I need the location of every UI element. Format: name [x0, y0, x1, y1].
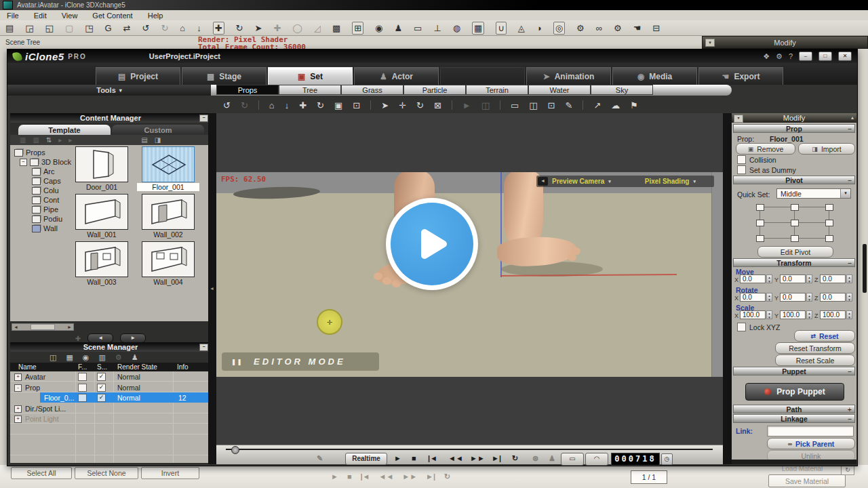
menu-help[interactable]: Help: [148, 12, 163, 20]
play-icon[interactable]: ►: [331, 472, 338, 481]
wrench-icon[interactable]: ⚙: [576, 22, 585, 34]
filter-checkbox[interactable]: [78, 384, 87, 392]
pivot-point[interactable]: [791, 235, 799, 242]
grid-toggle-icon[interactable]: ⊞: [352, 22, 363, 35]
go-to-end-icon[interactable]: ►|: [492, 454, 501, 462]
panel-splitter-right[interactable]: [723, 113, 732, 464]
group-icon[interactable]: ▦: [66, 353, 73, 362]
scroll-left-icon[interactable]: ◄: [14, 325, 18, 329]
tools-dropdown[interactable]: Tools ▾: [7, 85, 211, 96]
pivot-icon[interactable]: ⊥: [433, 22, 441, 34]
collision-checkbox[interactable]: [737, 155, 746, 164]
select-none-button[interactable]: Select None: [75, 467, 138, 479]
fast-forward-icon[interactable]: ►►: [402, 472, 417, 481]
wireframe-globe-icon[interactable]: ◍: [453, 22, 460, 34]
pick-tool-icon[interactable]: ➤: [255, 22, 262, 34]
shading-selector[interactable]: Pixel Shading: [645, 178, 690, 185]
export-file-icon[interactable]: ◱: [45, 22, 54, 34]
video-play-button[interactable]: [386, 198, 478, 290]
save-material-button[interactable]: Save Material: [768, 474, 846, 487]
section-linkage[interactable]: Linkage−: [733, 414, 855, 423]
scene-row-avatar[interactable]: + Avatar ✓ Normal: [10, 371, 211, 382]
binoculars-icon[interactable]: ∞: [596, 22, 602, 34]
undo-icon[interactable]: ↺: [142, 22, 150, 34]
orbit-camera-icon[interactable]: ↻: [416, 100, 424, 110]
minimize-button[interactable]: –: [799, 52, 812, 61]
rotate-y-field[interactable]: 0.0: [780, 293, 806, 302]
move-z-spinner[interactable]: ▴▾: [846, 274, 852, 283]
settings-gears-icon[interactable]: ⚙: [614, 22, 622, 34]
remove-button[interactable]: ▣ Remove: [736, 143, 795, 155]
play-icon[interactable]: ►: [394, 454, 401, 462]
fast-forward-icon[interactable]: ►►: [470, 454, 485, 462]
tab-export[interactable]: ☚ Export: [698, 67, 783, 85]
chevron-down-icon[interactable]: ▾: [840, 189, 850, 198]
panel-splitter-left[interactable]: ◄: [208, 113, 216, 464]
sort-icon[interactable]: ⇅: [46, 136, 52, 144]
subtab-tree[interactable]: Tree: [279, 85, 341, 95]
pivot-grid[interactable]: [756, 204, 832, 242]
tree-horizontal-scrollbar[interactable]: ◄ ►: [12, 323, 74, 331]
pick-parent-button[interactable]: ∞ Pick Parent: [767, 438, 855, 449]
monitor-2-icon[interactable]: ◫: [529, 100, 537, 110]
next-page-button[interactable]: ►: [120, 333, 146, 343]
subtab-particle[interactable]: Particle: [403, 85, 466, 95]
tree-node-caps[interactable]: Caps: [32, 177, 61, 185]
collapse-icon[interactable]: ▾: [705, 39, 715, 47]
collapse-icon[interactable]: −: [199, 344, 208, 351]
zoom-fit-icon[interactable]: ⊠: [434, 100, 441, 110]
collapse-icon[interactable]: -: [14, 384, 22, 392]
camera-icon[interactable]: ◉: [375, 22, 382, 34]
tab-stage[interactable]: ▩ Stage: [182, 67, 267, 85]
tree-node-props[interactable]: Props: [14, 148, 45, 157]
move-x-field[interactable]: 0.0: [740, 274, 766, 283]
rewind-icon[interactable]: ◄◄: [379, 472, 394, 481]
close-button[interactable]: ✕: [838, 52, 852, 61]
render-mode-icon[interactable]: ◎: [553, 22, 565, 35]
tree-node-arc[interactable]: Arc: [32, 167, 55, 176]
subtab-props[interactable]: Props: [216, 85, 279, 95]
tab-template[interactable]: Template: [18, 125, 111, 135]
frame-icon[interactable]: ⊡: [353, 100, 360, 110]
section-path[interactable]: Path+: [733, 405, 855, 413]
pivot-point[interactable]: [756, 235, 764, 242]
scene-row-dir-spot-light[interactable]: + Dir./Spot Li...: [10, 403, 211, 413]
brush-icon[interactable]: ✎: [565, 100, 572, 110]
camera-selector[interactable]: Preview Camera: [552, 178, 604, 185]
scale-box-icon[interactable]: ▣: [334, 100, 342, 110]
time-format-icon[interactable]: ◷: [661, 453, 673, 465]
monitor-person-icon[interactable]: ◫: [50, 353, 56, 362]
mini-viewport-button[interactable]: ▭: [561, 453, 584, 466]
scroll-thumb[interactable]: [31, 324, 55, 330]
tree-node-podium[interactable]: Podiu: [32, 215, 62, 223]
prop-puppet-button[interactable]: Prop Puppet: [745, 383, 844, 401]
link-target-field[interactable]: [767, 426, 854, 436]
pin-icon[interactable]: ▴: [851, 115, 854, 121]
thumb-wall-002[interactable]: [142, 194, 195, 230]
stop-icon[interactable]: ■: [347, 472, 352, 481]
undo-icon[interactable]: ↺: [223, 100, 231, 110]
drop-icon[interactable]: ↓: [285, 100, 290, 110]
cloud-icon[interactable]: ☁: [611, 100, 620, 110]
collision-shape-icon[interactable]: ∪: [496, 22, 507, 35]
maximize-button[interactable]: □: [818, 52, 832, 61]
dock-icon[interactable]: ▾: [734, 115, 743, 123]
import-file-icon[interactable]: ◲: [25, 22, 33, 34]
expand-icon[interactable]: +: [14, 373, 22, 381]
subtab-terrain[interactable]: Terrain: [466, 85, 528, 95]
render-area[interactable]: FPS: 62.50 ◄ Preview Camera ▾ Pixel Shad…: [216, 172, 723, 377]
menu-edit[interactable]: Edit: [34, 12, 47, 20]
rotate-x-field[interactable]: 0.0: [740, 293, 766, 302]
tab-media[interactable]: ◉ Media: [612, 67, 697, 85]
collapse-arrow-icon[interactable]: ◄: [210, 286, 214, 291]
cart-icon[interactable]: ⊟: [652, 22, 660, 34]
subtab-grass[interactable]: Grass: [341, 85, 403, 95]
rotate-x-spinner[interactable]: ▴▾: [766, 293, 772, 302]
rotate-z-field[interactable]: 0.0: [820, 293, 846, 302]
pivot-point[interactable]: [825, 220, 833, 226]
tree-node-wall[interactable]: Wall: [32, 224, 58, 232]
scene-row-prop[interactable]: - Prop ✓ Normal: [10, 382, 211, 392]
person-gear-icon[interactable]: ♟: [132, 353, 138, 362]
show-checkbox[interactable]: ✓: [97, 384, 106, 392]
realtime-button[interactable]: Realtime: [345, 453, 387, 465]
